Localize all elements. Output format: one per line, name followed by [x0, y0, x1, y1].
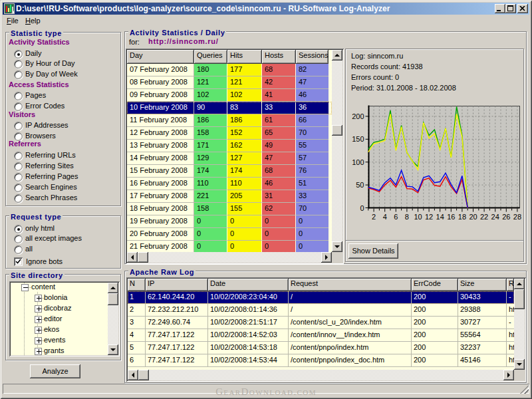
svg-text:24: 24	[491, 213, 499, 221]
svg-text:16: 16	[447, 213, 455, 221]
svg-text:100: 100	[352, 158, 364, 166]
svg-text:22: 22	[480, 213, 488, 221]
svg-text:28: 28	[513, 213, 521, 221]
svg-text:12: 12	[425, 213, 433, 221]
svg-text:10: 10	[414, 213, 422, 221]
svg-text:150: 150	[352, 135, 364, 143]
svg-text:2: 2	[372, 213, 376, 221]
svg-text:6: 6	[394, 213, 398, 221]
svg-text:8: 8	[405, 213, 409, 221]
svg-text:4: 4	[383, 213, 387, 221]
svg-text:14: 14	[436, 213, 444, 221]
svg-text:20: 20	[469, 213, 477, 221]
svg-text:0: 0	[360, 204, 364, 212]
svg-text:26: 26	[502, 213, 510, 221]
svg-text:50: 50	[356, 181, 364, 189]
svg-text:18: 18	[458, 213, 466, 221]
svg-text:200: 200	[352, 112, 364, 120]
